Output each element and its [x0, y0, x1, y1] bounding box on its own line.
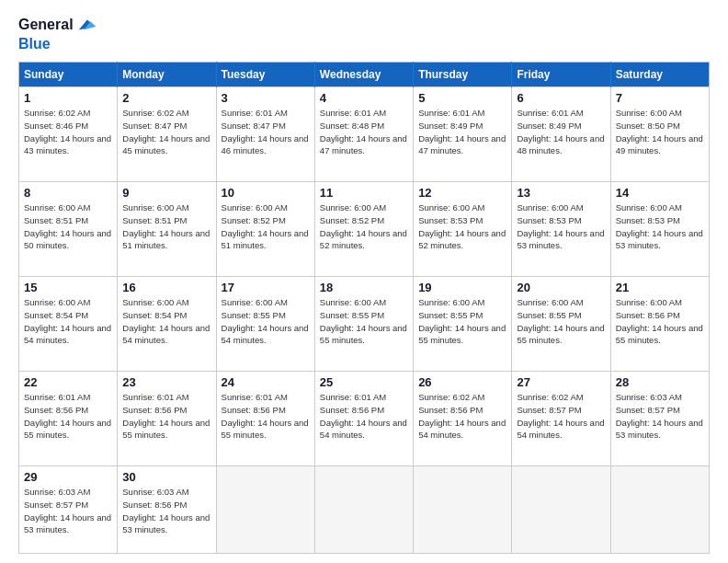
- day-number: 2: [122, 91, 210, 105]
- day-info: Sunrise: 6:00 AMSunset: 8:55 PMDaylight:…: [320, 296, 408, 347]
- calendar-cell: [512, 466, 610, 554]
- day-number: 21: [616, 281, 704, 294]
- calendar-cell: 8Sunrise: 6:00 AMSunset: 8:51 PMDaylight…: [19, 182, 118, 277]
- day-info: Sunrise: 6:03 AMSunset: 8:57 PMDaylight:…: [616, 391, 704, 442]
- calendar-cell: 21Sunrise: 6:00 AMSunset: 8:56 PMDayligh…: [610, 277, 709, 372]
- calendar-cell: 15Sunrise: 6:00 AMSunset: 8:54 PMDayligh…: [19, 277, 118, 372]
- day-info: Sunrise: 6:00 AMSunset: 8:53 PMDaylight:…: [517, 201, 605, 252]
- calendar-cell: 9Sunrise: 6:00 AMSunset: 8:51 PMDaylight…: [118, 182, 216, 277]
- day-info: Sunrise: 6:01 AMSunset: 8:49 PMDaylight:…: [418, 107, 506, 157]
- calendar-header-row: SundayMondayTuesdayWednesdayThursdayFrid…: [19, 63, 710, 87]
- day-number: 6: [517, 91, 605, 105]
- day-header-tuesday: Tuesday: [216, 63, 314, 87]
- calendar-cell: 6Sunrise: 6:01 AMSunset: 8:49 PMDaylight…: [512, 87, 610, 182]
- calendar-cell: 7Sunrise: 6:00 AMSunset: 8:50 PMDaylight…: [610, 87, 709, 182]
- day-number: 30: [122, 470, 210, 484]
- day-info: Sunrise: 6:01 AMSunset: 8:56 PMDaylight:…: [222, 391, 310, 442]
- calendar-cell: 3Sunrise: 6:01 AMSunset: 8:47 PMDaylight…: [216, 87, 314, 182]
- day-info: Sunrise: 6:00 AMSunset: 8:52 PMDaylight:…: [320, 201, 408, 252]
- day-header-thursday: Thursday: [414, 63, 512, 87]
- calendar-cell: 14Sunrise: 6:00 AMSunset: 8:53 PMDayligh…: [610, 182, 709, 277]
- calendar-cell: 5Sunrise: 6:01 AMSunset: 8:49 PMDaylight…: [414, 87, 512, 182]
- calendar-body: 1Sunrise: 6:02 AMSunset: 8:46 PMDaylight…: [19, 87, 710, 554]
- day-info: Sunrise: 6:00 AMSunset: 8:54 PMDaylight:…: [122, 296, 210, 347]
- day-info: Sunrise: 6:00 AMSunset: 8:50 PMDaylight:…: [616, 107, 704, 157]
- calendar-week-3: 15Sunrise: 6:00 AMSunset: 8:54 PMDayligh…: [19, 277, 710, 372]
- day-number: 8: [24, 186, 112, 200]
- calendar-cell: [414, 466, 512, 554]
- day-info: Sunrise: 6:01 AMSunset: 8:56 PMDaylight:…: [24, 391, 112, 442]
- day-info: Sunrise: 6:01 AMSunset: 8:47 PMDaylight:…: [222, 107, 310, 157]
- day-number: 3: [222, 91, 310, 105]
- calendar-cell: [610, 466, 709, 554]
- day-info: Sunrise: 6:00 AMSunset: 8:53 PMDaylight:…: [418, 201, 506, 252]
- day-number: 26: [418, 375, 506, 389]
- day-header-saturday: Saturday: [610, 63, 709, 87]
- day-number: 14: [616, 186, 704, 200]
- day-number: 7: [616, 91, 704, 105]
- calendar-cell: 27Sunrise: 6:02 AMSunset: 8:57 PMDayligh…: [512, 372, 610, 466]
- calendar-cell: 2Sunrise: 6:02 AMSunset: 8:47 PMDaylight…: [118, 87, 216, 182]
- day-number: 20: [517, 281, 605, 294]
- day-number: 12: [418, 186, 506, 200]
- day-header-wednesday: Wednesday: [314, 63, 413, 87]
- calendar-cell: 25Sunrise: 6:01 AMSunset: 8:56 PMDayligh…: [314, 372, 413, 466]
- day-number: 9: [122, 186, 210, 200]
- day-number: 13: [517, 186, 605, 200]
- day-header-monday: Monday: [118, 63, 216, 87]
- day-info: Sunrise: 6:01 AMSunset: 8:49 PMDaylight:…: [517, 107, 605, 157]
- logo: General Blue: [18, 15, 96, 52]
- day-info: Sunrise: 6:00 AMSunset: 8:55 PMDaylight:…: [418, 296, 506, 347]
- header: General Blue: [18, 15, 710, 52]
- calendar-cell: 24Sunrise: 6:01 AMSunset: 8:56 PMDayligh…: [216, 372, 314, 466]
- day-header-friday: Friday: [512, 63, 610, 87]
- calendar-cell: 1Sunrise: 6:02 AMSunset: 8:46 PMDaylight…: [19, 87, 118, 182]
- calendar-cell: [314, 466, 413, 554]
- calendar-cell: 4Sunrise: 6:01 AMSunset: 8:48 PMDaylight…: [314, 87, 413, 182]
- calendar-table: SundayMondayTuesdayWednesdayThursdayFrid…: [18, 62, 710, 554]
- day-number: 10: [222, 186, 310, 200]
- page: General Blue SundayMondayTuesdayWednesda…: [0, 0, 728, 563]
- calendar-cell: 12Sunrise: 6:00 AMSunset: 8:53 PMDayligh…: [414, 182, 512, 277]
- day-number: 17: [222, 281, 310, 294]
- calendar-week-4: 22Sunrise: 6:01 AMSunset: 8:56 PMDayligh…: [19, 372, 710, 466]
- day-number: 15: [24, 281, 112, 294]
- calendar-cell: 23Sunrise: 6:01 AMSunset: 8:56 PMDayligh…: [118, 372, 216, 466]
- day-info: Sunrise: 6:01 AMSunset: 8:56 PMDaylight:…: [320, 391, 408, 442]
- day-number: 18: [320, 281, 408, 294]
- calendar-cell: 13Sunrise: 6:00 AMSunset: 8:53 PMDayligh…: [512, 182, 610, 277]
- day-info: Sunrise: 6:00 AMSunset: 8:56 PMDaylight:…: [616, 296, 704, 347]
- day-info: Sunrise: 6:03 AMSunset: 8:56 PMDaylight:…: [122, 486, 210, 536]
- logo-icon: [75, 15, 96, 35]
- day-number: 5: [418, 91, 506, 105]
- calendar-cell: 16Sunrise: 6:00 AMSunset: 8:54 PMDayligh…: [118, 277, 216, 372]
- day-header-sunday: Sunday: [19, 63, 118, 87]
- calendar-cell: 22Sunrise: 6:01 AMSunset: 8:56 PMDayligh…: [19, 372, 118, 466]
- day-info: Sunrise: 6:00 AMSunset: 8:54 PMDaylight:…: [24, 296, 112, 347]
- day-number: 25: [320, 375, 408, 389]
- calendar-cell: 17Sunrise: 6:00 AMSunset: 8:55 PMDayligh…: [216, 277, 314, 372]
- calendar-cell: 20Sunrise: 6:00 AMSunset: 8:55 PMDayligh…: [512, 277, 610, 372]
- day-info: Sunrise: 6:03 AMSunset: 8:57 PMDaylight:…: [24, 486, 112, 536]
- day-info: Sunrise: 6:00 AMSunset: 8:51 PMDaylight:…: [122, 201, 210, 252]
- calendar-week-1: 1Sunrise: 6:02 AMSunset: 8:46 PMDaylight…: [19, 87, 710, 182]
- day-info: Sunrise: 6:02 AMSunset: 8:57 PMDaylight:…: [517, 391, 605, 442]
- day-number: 28: [616, 375, 704, 389]
- logo-text: General: [18, 16, 74, 33]
- day-number: 24: [222, 375, 310, 389]
- day-info: Sunrise: 6:02 AMSunset: 8:47 PMDaylight:…: [122, 107, 210, 157]
- day-info: Sunrise: 6:00 AMSunset: 8:55 PMDaylight:…: [222, 296, 310, 347]
- day-number: 29: [24, 470, 112, 484]
- day-info: Sunrise: 6:00 AMSunset: 8:51 PMDaylight:…: [24, 201, 112, 252]
- day-info: Sunrise: 6:00 AMSunset: 8:52 PMDaylight:…: [222, 201, 310, 252]
- day-info: Sunrise: 6:01 AMSunset: 8:48 PMDaylight:…: [320, 107, 408, 157]
- calendar-week-2: 8Sunrise: 6:00 AMSunset: 8:51 PMDaylight…: [19, 182, 710, 277]
- calendar-cell: 19Sunrise: 6:00 AMSunset: 8:55 PMDayligh…: [414, 277, 512, 372]
- day-info: Sunrise: 6:01 AMSunset: 8:56 PMDaylight:…: [122, 391, 210, 442]
- calendar-week-5: 29Sunrise: 6:03 AMSunset: 8:57 PMDayligh…: [19, 466, 710, 554]
- calendar-cell: 10Sunrise: 6:00 AMSunset: 8:52 PMDayligh…: [216, 182, 314, 277]
- day-number: 1: [24, 91, 112, 105]
- calendar-cell: 30Sunrise: 6:03 AMSunset: 8:56 PMDayligh…: [118, 466, 216, 554]
- calendar-cell: [216, 466, 314, 554]
- day-info: Sunrise: 6:02 AMSunset: 8:46 PMDaylight:…: [24, 107, 112, 157]
